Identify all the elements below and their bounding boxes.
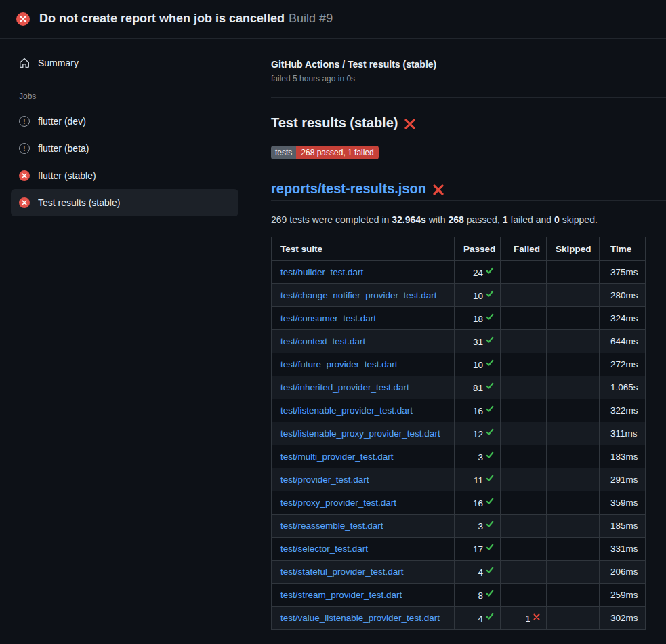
summary-text: passed, <box>464 214 503 225</box>
table-row: test/reassemble_test.dart3185ms <box>272 515 646 538</box>
check-icon <box>486 451 494 461</box>
col-test-suite: Test suite <box>272 237 455 261</box>
passed-count: 24 <box>473 267 483 277</box>
time-cell: 1.065s <box>600 376 646 399</box>
passed-count: 10 <box>473 359 483 369</box>
suite-cell: test/change_notifier_provider_test.dart <box>272 284 455 307</box>
jobs-list: !flutter (dev)!flutter (beta)flutter (st… <box>11 108 238 216</box>
time-cell: 185ms <box>600 515 646 538</box>
failed-cell <box>501 561 547 584</box>
sidebar-item-label: flutter (stable) <box>38 170 96 181</box>
failed-cell <box>501 353 547 376</box>
failed-cell <box>501 284 547 307</box>
table-header-row: Test suite Passed Failed Skipped Time <box>272 237 646 261</box>
passed-cell: 16 <box>455 399 501 422</box>
check-icon <box>486 520 494 530</box>
suite-link[interactable]: test/reassemble_test.dart <box>280 521 383 531</box>
suite-cell: test/proxy_provider_test.dart <box>272 491 455 515</box>
suite-link[interactable]: test/value_listenable_provider_test.dart <box>280 613 440 623</box>
check-icon <box>486 336 494 346</box>
failed-cross-icon <box>433 184 444 195</box>
passed-count: 16 <box>473 498 483 508</box>
table-row: test/listenable_proxy_provider_test.dart… <box>272 422 646 445</box>
summary-failed-count: 1 <box>503 214 508 225</box>
report-heading: reports/test-results.json <box>271 181 666 201</box>
skipped-cell <box>547 561 600 584</box>
time-cell: 324ms <box>600 307 646 330</box>
suite-link[interactable]: test/change_notifier_provider_test.dart <box>280 290 436 300</box>
sidebar-item-label: flutter (dev) <box>38 116 86 127</box>
suite-link[interactable]: test/proxy_provider_test.dart <box>280 498 396 508</box>
check-title: Test results (stable) <box>271 115 398 131</box>
suite-link[interactable]: test/listenable_provider_test.dart <box>280 405 413 416</box>
suite-link[interactable]: test/stream_provider_test.dart <box>280 590 402 600</box>
suite-link[interactable]: test/selector_test.dart <box>280 544 368 554</box>
passed-cell: 31 <box>455 330 501 353</box>
sidebar: Summary Jobs !flutter (dev)!flutter (bet… <box>0 39 249 644</box>
suite-link[interactable]: test/provider_test.dart <box>280 475 369 485</box>
suite-cell: test/reassemble_test.dart <box>272 515 455 538</box>
failed-cell <box>501 261 547 284</box>
exclamation-circle-icon: ! <box>19 143 30 154</box>
skipped-cell <box>547 330 600 353</box>
skipped-cell <box>547 515 600 538</box>
suite-link[interactable]: test/stateful_provider_test.dart <box>280 567 404 577</box>
suite-cell: test/context_test.dart <box>272 330 455 353</box>
table-row: test/provider_test.dart11291ms <box>272 468 646 491</box>
check-icon <box>486 566 494 576</box>
suite-link[interactable]: test/consumer_test.dart <box>280 313 376 323</box>
results-table: Test suite Passed Failed Skipped Time te… <box>271 237 646 630</box>
passed-count: 3 <box>478 451 483 462</box>
suite-link[interactable]: test/context_test.dart <box>280 336 365 346</box>
failed-cell <box>501 515 547 538</box>
exclamation-circle-icon: ! <box>19 116 30 127</box>
passed-count: 4 <box>478 567 483 577</box>
passed-cell: 4 <box>455 561 501 584</box>
suite-link[interactable]: test/listenable_proxy_provider_test.dart <box>280 428 440 439</box>
passed-cell: 18 <box>455 307 501 330</box>
passed-cell: 24 <box>455 261 501 284</box>
check-icon <box>486 612 494 622</box>
suite-cell: test/provider_test.dart <box>272 468 455 491</box>
results-table-body: test/builder_test.dart24375mstest/change… <box>272 261 646 630</box>
breadcrumb: GitHub Actions / Test results (stable) <box>271 59 645 70</box>
x-circle-icon <box>19 197 30 208</box>
suite-link[interactable]: test/multi_provider_test.dart <box>280 451 394 462</box>
time-cell: 183ms <box>600 445 646 468</box>
sidebar-item-test-results-stable[interactable]: Test results (stable) <box>11 189 238 216</box>
sidebar-item-flutter-dev[interactable]: !flutter (dev) <box>11 108 238 135</box>
suite-link[interactable]: test/future_provider_test.dart <box>280 359 398 369</box>
skipped-cell <box>547 491 600 515</box>
check-icon <box>486 266 494 277</box>
passed-count: 18 <box>473 313 483 323</box>
summary-duration: 32.964s <box>392 214 426 225</box>
suite-link[interactable]: test/inherited_provider_test.dart <box>280 382 409 393</box>
failed-cell <box>501 422 547 445</box>
table-row: test/change_notifier_provider_test.dart1… <box>272 284 646 307</box>
suite-cell: test/multi_provider_test.dart <box>272 445 455 468</box>
sidebar-item-flutter-stable[interactable]: flutter (stable) <box>11 162 238 189</box>
cross-icon <box>533 612 540 622</box>
check-icon <box>486 359 494 369</box>
check-icon <box>486 313 494 323</box>
main-content: GitHub Actions / Test results (stable) f… <box>249 39 666 644</box>
sidebar-item-flutter-beta[interactable]: !flutter (beta) <box>11 135 238 162</box>
passed-count: 3 <box>478 521 483 531</box>
skipped-cell <box>547 538 600 561</box>
summary-passed-count: 268 <box>449 214 464 225</box>
suite-cell: test/inherited_provider_test.dart <box>272 376 455 399</box>
passed-cell: 4 <box>455 607 501 630</box>
failed-cell: 1 <box>501 607 547 630</box>
badge-value: 268 passed, 1 failed <box>296 146 378 159</box>
check-icon <box>486 543 494 553</box>
table-row: test/builder_test.dart24375ms <box>272 261 646 284</box>
skipped-cell <box>547 422 600 445</box>
report-link[interactable]: reports/test-results.json <box>271 181 426 197</box>
table-row: test/value_listenable_provider_test.dart… <box>272 607 646 630</box>
sidebar-item-summary[interactable]: Summary <box>11 49 238 77</box>
time-cell: 359ms <box>600 491 646 515</box>
check-title-row: Test results (stable) <box>271 115 645 131</box>
suite-link[interactable]: test/builder_test.dart <box>280 267 363 277</box>
summary-text: with <box>426 214 449 225</box>
suite-cell: test/value_listenable_provider_test.dart <box>272 607 455 630</box>
